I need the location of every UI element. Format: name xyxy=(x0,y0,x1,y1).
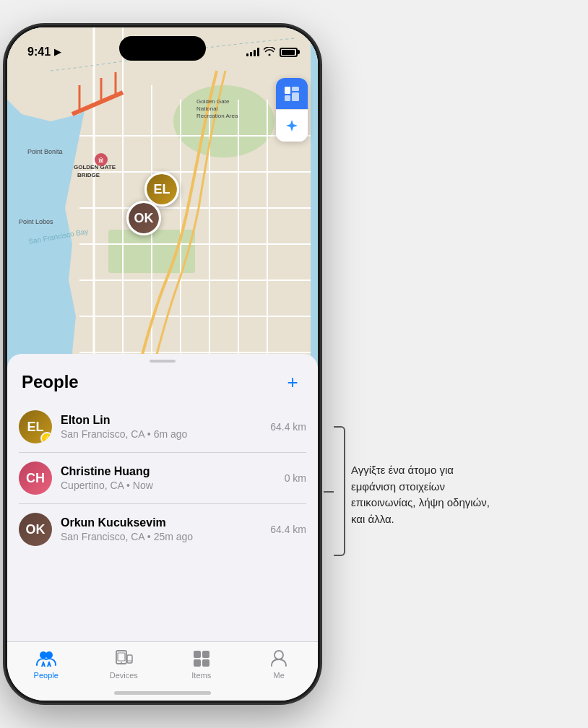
tab-me[interactable]: Me xyxy=(241,648,319,680)
svg-point-4 xyxy=(173,85,274,157)
person-info-christine: Christine Huang Cupertino, CA • Now xyxy=(61,465,285,491)
tab-devices[interactable]: Devices xyxy=(85,648,163,680)
svg-point-49 xyxy=(46,651,53,659)
svg-line-51 xyxy=(43,662,45,667)
annotation-area: Αγγίξτε ένα άτομο για εμφάνιση στοιχείων… xyxy=(324,426,496,556)
svg-line-53 xyxy=(49,662,51,667)
location-arrow-icon: ▶ xyxy=(54,47,61,57)
svg-rect-62 xyxy=(202,659,209,667)
map-controls xyxy=(276,78,308,142)
person-name-orkun: Orkun Kucuksevim xyxy=(61,516,270,529)
tab-people[interactable]: People xyxy=(7,648,85,680)
sheet-header: People + xyxy=(7,368,318,402)
avatar-circle-orkun: OK xyxy=(19,513,52,546)
svg-text:🏛: 🏛 xyxy=(98,157,104,164)
time-text: 6m ago xyxy=(154,428,188,440)
person-info-orkun: Orkun Kucuksevim San Francisco, CA • 25m… xyxy=(61,516,270,542)
svg-text:Point Lobos: Point Lobos xyxy=(19,218,53,225)
svg-text:Point Bonita: Point Bonita xyxy=(27,148,63,155)
location-text: San Francisco, CA xyxy=(61,531,144,542)
time-text: 25m ago xyxy=(154,531,193,542)
devices-tab-label: Devices xyxy=(110,671,138,680)
bottom-sheet: People + EL ⭐ Elton Lin San Francisco, C… xyxy=(7,354,318,643)
person-info-elton: Elton Lin San Francisco, CA • 6m ago xyxy=(61,414,270,440)
person-name-elton: Elton Lin xyxy=(61,414,270,427)
annotation-bracket xyxy=(334,426,345,556)
signal-icon xyxy=(246,48,259,56)
svg-text:Golden Gate: Golden Gate xyxy=(196,98,230,105)
sheet-handle xyxy=(150,360,176,363)
items-tab-label: Items xyxy=(191,671,211,680)
add-person-button[interactable]: + xyxy=(282,371,303,393)
svg-text:Recreation Area: Recreation Area xyxy=(196,113,238,119)
annotation-bracket-container xyxy=(324,426,345,556)
svg-rect-59 xyxy=(194,651,201,658)
avatar-elton: EL xyxy=(147,174,177,204)
time-display: 9:41 xyxy=(27,46,51,58)
svg-text:GOLDEN GATE: GOLDEN GATE xyxy=(74,164,116,170)
status-icons xyxy=(246,46,298,58)
status-time: 9:41 ▶ xyxy=(27,46,61,58)
people-tab-label: People xyxy=(34,671,59,680)
location-button[interactable] xyxy=(276,110,308,142)
people-tab-icon xyxy=(36,648,56,668)
dot-separator: • xyxy=(147,428,154,440)
annotation-text: Αγγίξτε ένα άτομο για εμφάνιση στοιχείων… xyxy=(351,426,496,527)
devices-tab-icon xyxy=(113,648,134,668)
map-view-button[interactable] xyxy=(276,78,308,110)
avatar-christine-huang: CH xyxy=(19,462,52,495)
dot-separator: • xyxy=(126,480,133,491)
svg-rect-46 xyxy=(292,87,299,91)
svg-point-56 xyxy=(121,662,122,664)
battery-icon xyxy=(280,48,298,57)
svg-rect-55 xyxy=(118,653,125,661)
avatar-elton-lin: EL ⭐ xyxy=(19,410,52,443)
person-location-elton: San Francisco, CA • 6m ago xyxy=(61,428,270,440)
avatar-circle-christine: CH xyxy=(19,462,52,495)
star-badge: ⭐ xyxy=(40,432,52,443)
home-indicator xyxy=(114,691,211,695)
person-distance-orkun: 64.4 km xyxy=(270,524,306,535)
time-text: Now xyxy=(133,480,153,491)
map-pin-orkun[interactable]: OK xyxy=(126,201,161,235)
person-distance-elton: 64.4 km xyxy=(270,421,306,433)
location-text: Cupertino, CA xyxy=(61,480,124,491)
person-distance-christine: 0 km xyxy=(285,472,306,484)
tab-items[interactable]: Items xyxy=(163,648,241,680)
annotation-arrow xyxy=(324,491,334,493)
svg-text:BRIDGE: BRIDGE xyxy=(77,172,100,178)
svg-rect-47 xyxy=(292,92,299,101)
person-item-orkun[interactable]: OK Orkun Kucuksevim San Francisco, CA • … xyxy=(19,504,306,555)
svg-point-63 xyxy=(274,651,283,659)
person-item-christine[interactable]: CH Christine Huang Cupertino, CA • Now 0… xyxy=(19,453,306,504)
iphone-frame: 9:41 ▶ xyxy=(7,27,318,701)
person-location-orkun: San Francisco, CA • 25m ago xyxy=(61,531,270,542)
avatar-orkun: OK xyxy=(19,513,52,546)
svg-rect-44 xyxy=(285,87,290,94)
person-name-christine: Christine Huang xyxy=(61,465,285,478)
svg-rect-45 xyxy=(285,95,290,101)
me-tab-icon xyxy=(269,648,289,668)
person-location-christine: Cupertino, CA • Now xyxy=(61,480,285,491)
svg-rect-61 xyxy=(194,659,201,667)
svg-rect-57 xyxy=(127,655,132,663)
avatar-orkun: OK xyxy=(129,203,159,233)
person-item-elton[interactable]: EL ⭐ Elton Lin San Francisco, CA • 6m ag… xyxy=(19,402,306,453)
dot-separator: • xyxy=(147,531,154,542)
wifi-icon xyxy=(264,46,275,58)
svg-rect-60 xyxy=(202,651,209,658)
svg-text:National: National xyxy=(196,105,218,112)
dynamic-island xyxy=(119,36,206,61)
people-list: EL ⭐ Elton Lin San Francisco, CA • 6m ag… xyxy=(7,402,318,555)
sheet-title: People xyxy=(22,372,79,392)
me-tab-label: Me xyxy=(274,671,285,680)
items-tab-icon xyxy=(191,648,212,668)
location-text: San Francisco, CA xyxy=(61,428,144,440)
